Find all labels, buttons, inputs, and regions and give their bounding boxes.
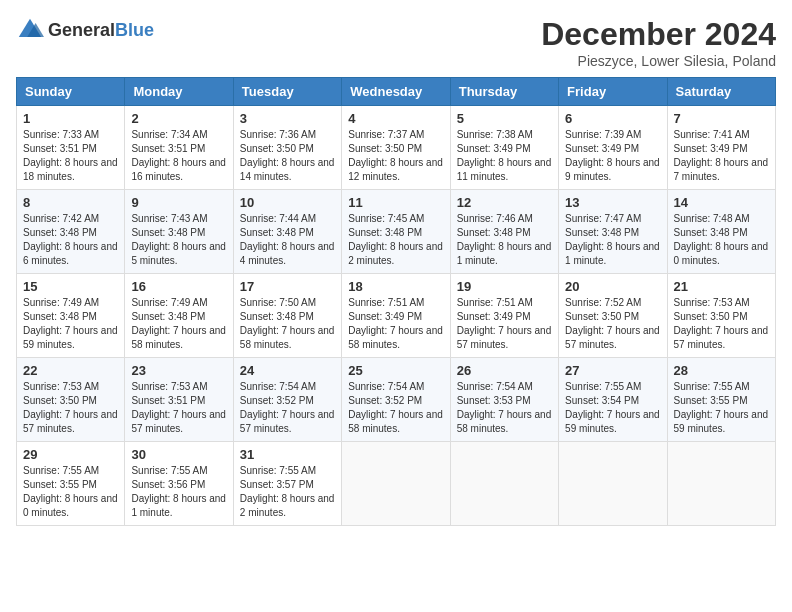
day-info: Sunrise: 7:53 AMSunset: 3:50 PMDaylight:… <box>674 296 769 352</box>
calendar-day-cell: 27Sunrise: 7:55 AMSunset: 3:54 PMDayligh… <box>559 358 667 442</box>
calendar-day-cell: 11Sunrise: 7:45 AMSunset: 3:48 PMDayligh… <box>342 190 450 274</box>
day-number: 31 <box>240 447 335 462</box>
day-info: Sunrise: 7:42 AMSunset: 3:48 PMDaylight:… <box>23 212 118 268</box>
day-number: 4 <box>348 111 443 126</box>
logo-general: General <box>48 20 115 40</box>
day-number: 29 <box>23 447 118 462</box>
calendar-day-cell: 5Sunrise: 7:38 AMSunset: 3:49 PMDaylight… <box>450 106 558 190</box>
calendar-day-cell: 16Sunrise: 7:49 AMSunset: 3:48 PMDayligh… <box>125 274 233 358</box>
calendar-day-cell: 25Sunrise: 7:54 AMSunset: 3:52 PMDayligh… <box>342 358 450 442</box>
day-number: 25 <box>348 363 443 378</box>
calendar-empty-cell <box>667 442 775 526</box>
logo-blue: Blue <box>115 20 154 40</box>
col-header-sunday: Sunday <box>17 78 125 106</box>
month-title: December 2024 <box>541 16 776 53</box>
calendar-table: SundayMondayTuesdayWednesdayThursdayFrid… <box>16 77 776 526</box>
day-number: 11 <box>348 195 443 210</box>
day-info: Sunrise: 7:44 AMSunset: 3:48 PMDaylight:… <box>240 212 335 268</box>
day-info: Sunrise: 7:49 AMSunset: 3:48 PMDaylight:… <box>23 296 118 352</box>
day-info: Sunrise: 7:43 AMSunset: 3:48 PMDaylight:… <box>131 212 226 268</box>
day-info: Sunrise: 7:41 AMSunset: 3:49 PMDaylight:… <box>674 128 769 184</box>
calendar-week-row: 8Sunrise: 7:42 AMSunset: 3:48 PMDaylight… <box>17 190 776 274</box>
col-header-wednesday: Wednesday <box>342 78 450 106</box>
col-header-friday: Friday <box>559 78 667 106</box>
day-number: 26 <box>457 363 552 378</box>
calendar-day-cell: 22Sunrise: 7:53 AMSunset: 3:50 PMDayligh… <box>17 358 125 442</box>
day-info: Sunrise: 7:54 AMSunset: 3:52 PMDaylight:… <box>348 380 443 436</box>
day-info: Sunrise: 7:53 AMSunset: 3:50 PMDaylight:… <box>23 380 118 436</box>
location-title: Pieszyce, Lower Silesia, Poland <box>541 53 776 69</box>
day-number: 28 <box>674 363 769 378</box>
calendar-day-cell: 31Sunrise: 7:55 AMSunset: 3:57 PMDayligh… <box>233 442 341 526</box>
day-info: Sunrise: 7:51 AMSunset: 3:49 PMDaylight:… <box>457 296 552 352</box>
day-info: Sunrise: 7:37 AMSunset: 3:50 PMDaylight:… <box>348 128 443 184</box>
day-number: 10 <box>240 195 335 210</box>
day-info: Sunrise: 7:46 AMSunset: 3:48 PMDaylight:… <box>457 212 552 268</box>
day-number: 13 <box>565 195 660 210</box>
day-info: Sunrise: 7:55 AMSunset: 3:55 PMDaylight:… <box>674 380 769 436</box>
day-number: 12 <box>457 195 552 210</box>
calendar-day-cell: 2Sunrise: 7:34 AMSunset: 3:51 PMDaylight… <box>125 106 233 190</box>
calendar-day-cell: 4Sunrise: 7:37 AMSunset: 3:50 PMDaylight… <box>342 106 450 190</box>
calendar-empty-cell <box>342 442 450 526</box>
day-number: 5 <box>457 111 552 126</box>
title-area: December 2024 Pieszyce, Lower Silesia, P… <box>541 16 776 69</box>
calendar-day-cell: 26Sunrise: 7:54 AMSunset: 3:53 PMDayligh… <box>450 358 558 442</box>
day-number: 16 <box>131 279 226 294</box>
day-number: 27 <box>565 363 660 378</box>
day-info: Sunrise: 7:39 AMSunset: 3:49 PMDaylight:… <box>565 128 660 184</box>
col-header-tuesday: Tuesday <box>233 78 341 106</box>
day-info: Sunrise: 7:48 AMSunset: 3:48 PMDaylight:… <box>674 212 769 268</box>
calendar-day-cell: 10Sunrise: 7:44 AMSunset: 3:48 PMDayligh… <box>233 190 341 274</box>
day-number: 20 <box>565 279 660 294</box>
calendar-day-cell: 14Sunrise: 7:48 AMSunset: 3:48 PMDayligh… <box>667 190 775 274</box>
day-info: Sunrise: 7:54 AMSunset: 3:53 PMDaylight:… <box>457 380 552 436</box>
day-info: Sunrise: 7:51 AMSunset: 3:49 PMDaylight:… <box>348 296 443 352</box>
calendar-day-cell: 9Sunrise: 7:43 AMSunset: 3:48 PMDaylight… <box>125 190 233 274</box>
calendar-week-row: 29Sunrise: 7:55 AMSunset: 3:55 PMDayligh… <box>17 442 776 526</box>
calendar-day-cell: 20Sunrise: 7:52 AMSunset: 3:50 PMDayligh… <box>559 274 667 358</box>
day-number: 14 <box>674 195 769 210</box>
day-number: 8 <box>23 195 118 210</box>
calendar-day-cell: 18Sunrise: 7:51 AMSunset: 3:49 PMDayligh… <box>342 274 450 358</box>
calendar-day-cell: 13Sunrise: 7:47 AMSunset: 3:48 PMDayligh… <box>559 190 667 274</box>
calendar-day-cell: 21Sunrise: 7:53 AMSunset: 3:50 PMDayligh… <box>667 274 775 358</box>
day-number: 19 <box>457 279 552 294</box>
calendar-day-cell: 23Sunrise: 7:53 AMSunset: 3:51 PMDayligh… <box>125 358 233 442</box>
calendar-empty-cell <box>559 442 667 526</box>
day-info: Sunrise: 7:52 AMSunset: 3:50 PMDaylight:… <box>565 296 660 352</box>
day-number: 7 <box>674 111 769 126</box>
calendar-header-row: SundayMondayTuesdayWednesdayThursdayFrid… <box>17 78 776 106</box>
calendar-day-cell: 1Sunrise: 7:33 AMSunset: 3:51 PMDaylight… <box>17 106 125 190</box>
day-info: Sunrise: 7:33 AMSunset: 3:51 PMDaylight:… <box>23 128 118 184</box>
day-number: 22 <box>23 363 118 378</box>
calendar-week-row: 22Sunrise: 7:53 AMSunset: 3:50 PMDayligh… <box>17 358 776 442</box>
day-info: Sunrise: 7:47 AMSunset: 3:48 PMDaylight:… <box>565 212 660 268</box>
calendar-day-cell: 17Sunrise: 7:50 AMSunset: 3:48 PMDayligh… <box>233 274 341 358</box>
day-info: Sunrise: 7:50 AMSunset: 3:48 PMDaylight:… <box>240 296 335 352</box>
calendar-week-row: 1Sunrise: 7:33 AMSunset: 3:51 PMDaylight… <box>17 106 776 190</box>
col-header-monday: Monday <box>125 78 233 106</box>
calendar-day-cell: 7Sunrise: 7:41 AMSunset: 3:49 PMDaylight… <box>667 106 775 190</box>
calendar-day-cell: 24Sunrise: 7:54 AMSunset: 3:52 PMDayligh… <box>233 358 341 442</box>
calendar-day-cell: 8Sunrise: 7:42 AMSunset: 3:48 PMDaylight… <box>17 190 125 274</box>
day-info: Sunrise: 7:45 AMSunset: 3:48 PMDaylight:… <box>348 212 443 268</box>
calendar-day-cell: 30Sunrise: 7:55 AMSunset: 3:56 PMDayligh… <box>125 442 233 526</box>
logo: GeneralBlue <box>16 16 154 44</box>
day-number: 9 <box>131 195 226 210</box>
calendar-day-cell: 3Sunrise: 7:36 AMSunset: 3:50 PMDaylight… <box>233 106 341 190</box>
calendar-day-cell: 6Sunrise: 7:39 AMSunset: 3:49 PMDaylight… <box>559 106 667 190</box>
day-info: Sunrise: 7:55 AMSunset: 3:55 PMDaylight:… <box>23 464 118 520</box>
calendar-day-cell: 19Sunrise: 7:51 AMSunset: 3:49 PMDayligh… <box>450 274 558 358</box>
day-number: 2 <box>131 111 226 126</box>
day-info: Sunrise: 7:38 AMSunset: 3:49 PMDaylight:… <box>457 128 552 184</box>
day-info: Sunrise: 7:53 AMSunset: 3:51 PMDaylight:… <box>131 380 226 436</box>
calendar-day-cell: 29Sunrise: 7:55 AMSunset: 3:55 PMDayligh… <box>17 442 125 526</box>
calendar-day-cell: 15Sunrise: 7:49 AMSunset: 3:48 PMDayligh… <box>17 274 125 358</box>
calendar-day-cell: 12Sunrise: 7:46 AMSunset: 3:48 PMDayligh… <box>450 190 558 274</box>
header: GeneralBlue December 2024 Pieszyce, Lowe… <box>16 16 776 69</box>
day-number: 6 <box>565 111 660 126</box>
day-info: Sunrise: 7:36 AMSunset: 3:50 PMDaylight:… <box>240 128 335 184</box>
day-info: Sunrise: 7:55 AMSunset: 3:57 PMDaylight:… <box>240 464 335 520</box>
day-info: Sunrise: 7:55 AMSunset: 3:54 PMDaylight:… <box>565 380 660 436</box>
